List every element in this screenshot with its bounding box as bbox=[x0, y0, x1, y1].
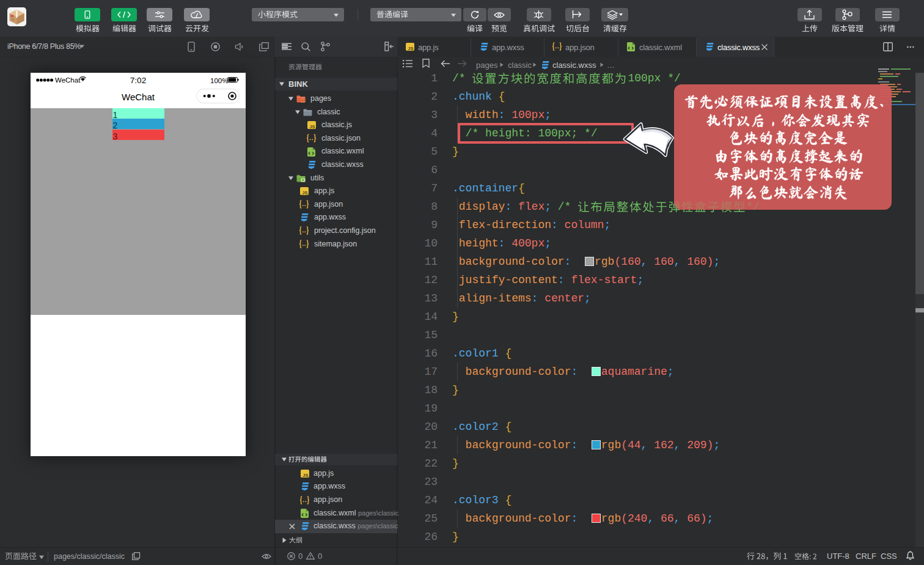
svg-text:JS: JS bbox=[302, 190, 307, 196]
svg-text:JS: JS bbox=[408, 45, 413, 51]
svg-text:JS: JS bbox=[302, 472, 308, 478]
svg-text:JS: JS bbox=[309, 124, 315, 130]
svg-text:+: + bbox=[302, 177, 304, 182]
svg-text:<>: <> bbox=[301, 98, 305, 102]
